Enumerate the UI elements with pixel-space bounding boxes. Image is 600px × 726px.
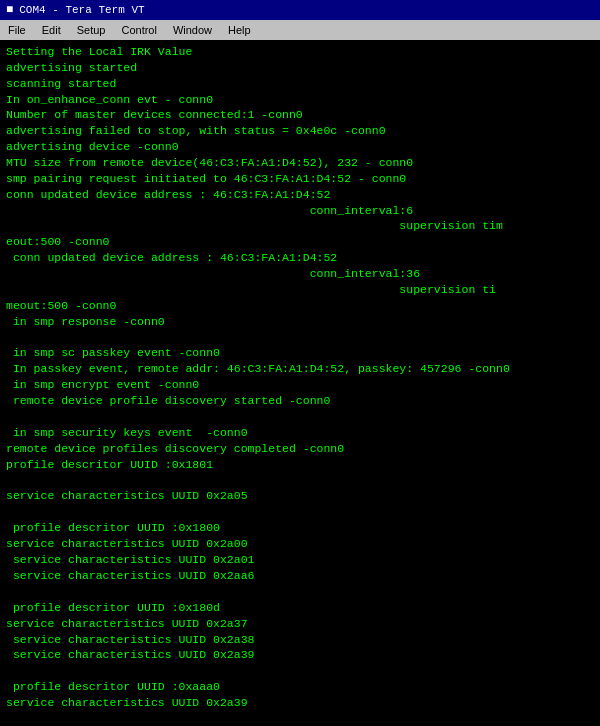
terminal-body[interactable]: Setting the Local IRK Valueadvertising s… <box>0 40 600 726</box>
terminal-line: profile descritor UUID :0x1800 <box>6 520 594 536</box>
terminal-line: in smp encrypt event -conn0 <box>6 377 594 393</box>
menu-item-window[interactable]: Window <box>165 22 220 38</box>
terminal-line: Number of master devices connected:1 -co… <box>6 107 594 123</box>
terminal-line: supervision ti <box>6 282 594 298</box>
terminal-line: service characteristics UUID 0x2a39 <box>6 647 594 663</box>
title-bar-text: COM4 - Tera Term VT <box>19 4 144 16</box>
terminal-line: meout:500 -conn0 <box>6 298 594 314</box>
terminal-line: advertising started <box>6 60 594 76</box>
terminal-line: Setting the Local IRK Value <box>6 44 594 60</box>
terminal-line: remote device profile discovery started … <box>6 393 594 409</box>
terminal-line: scanning started <box>6 76 594 92</box>
terminal-line <box>6 663 594 679</box>
terminal-line: service characteristics UUID 0x2a05 <box>6 488 594 504</box>
terminal-line <box>6 584 594 600</box>
terminal-line <box>6 409 594 425</box>
menu-item-setup[interactable]: Setup <box>69 22 114 38</box>
terminal-line: service characteristics UUID 0x2aa6 <box>6 568 594 584</box>
menu-item-help[interactable]: Help <box>220 22 259 38</box>
title-bar: ■ COM4 - Tera Term VT <box>0 0 600 20</box>
terminal-line: service characteristics UUID 0x2a00 <box>6 536 594 552</box>
terminal-line: service characteristics UUID 0x2a01 <box>6 552 594 568</box>
terminal-line: supervision tim <box>6 218 594 234</box>
terminal-line: eout:500 -conn0 <box>6 234 594 250</box>
terminal-line: conn_interval:36 <box>6 266 594 282</box>
terminal-line: conn updated device address : 46:C3:FA:A… <box>6 250 594 266</box>
terminal-line: conn updated device address : 46:C3:FA:A… <box>6 187 594 203</box>
terminal-line: advertising device -conn0 <box>6 139 594 155</box>
terminal-line: In on_enhance_conn evt - conn0 <box>6 92 594 108</box>
title-bar-icon: ■ <box>6 3 13 17</box>
menu-item-file[interactable]: File <box>0 22 34 38</box>
terminal-line: in smp response -conn0 <box>6 314 594 330</box>
terminal-line <box>6 329 594 345</box>
terminal-line: service characteristics UUID 0x2a38 <box>6 632 594 648</box>
terminal-line: remote device profiles discovery complet… <box>6 441 594 457</box>
terminal-line: profile descritor UUID :0x1801 <box>6 457 594 473</box>
menu-item-edit[interactable]: Edit <box>34 22 69 38</box>
terminal-line: profile descritor UUID :0x180d <box>6 600 594 616</box>
terminal-line: MTU size from remote device(46:C3:FA:A1:… <box>6 155 594 171</box>
terminal-line: service characteristics UUID 0x2a39 <box>6 695 594 711</box>
terminal-line: advertising failed to stop, with status … <box>6 123 594 139</box>
menu-bar: FileEditSetupControlWindowHelp <box>0 20 600 40</box>
terminal-line: In passkey event, remote addr: 46:C3:FA:… <box>6 361 594 377</box>
terminal-line: in smp security keys event -conn0 <box>6 425 594 441</box>
terminal-line: profile descritor UUID :0xaaa0 <box>6 679 594 695</box>
menu-item-control[interactable]: Control <box>113 22 164 38</box>
terminal-line: smp pairing request initiated to 46:C3:F… <box>6 171 594 187</box>
terminal-line <box>6 504 594 520</box>
terminal-line: service characteristics UUID 0x2a37 <box>6 616 594 632</box>
terminal-line <box>6 472 594 488</box>
terminal-line: conn_interval:6 <box>6 203 594 219</box>
terminal-line: in smp sc passkey event -conn0 <box>6 345 594 361</box>
